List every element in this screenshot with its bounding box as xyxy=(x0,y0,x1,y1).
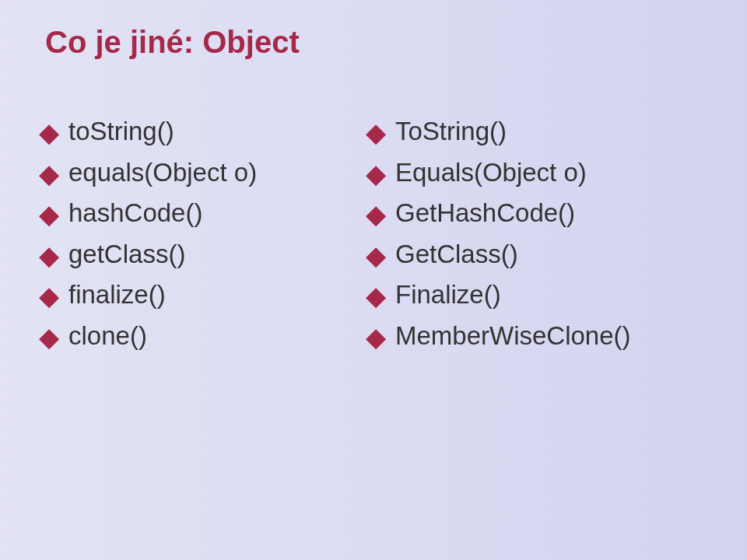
list-item: ◆ MemberWiseClone() xyxy=(366,319,708,352)
list-item-label: GetHashCode() xyxy=(395,197,575,229)
list-item: ◆ hashCode() xyxy=(39,196,366,229)
list-item-label: getClass() xyxy=(68,238,185,270)
diamond-bullet-icon: ◆ xyxy=(39,239,68,272)
diamond-bullet-icon: ◆ xyxy=(366,279,395,313)
list-item-label: toString() xyxy=(68,115,174,147)
diamond-bullet-icon: ◆ xyxy=(39,320,68,354)
list-item: ◆ Equals(Object o) xyxy=(366,156,708,189)
column-left: ◆ toString() ◆ equals(Object o) ◆ hashCo… xyxy=(39,114,366,359)
slide: Co je jiné: Object ◆ toString() ◆ equals… xyxy=(0,0,747,560)
diamond-bullet-icon: ◆ xyxy=(366,116,395,149)
diamond-bullet-icon: ◆ xyxy=(39,279,68,313)
list-item-label: ToString() xyxy=(395,115,507,147)
list-item-label: equals(Object o) xyxy=(68,156,257,188)
list-item: ◆ Finalize() xyxy=(366,278,708,311)
diamond-bullet-icon: ◆ xyxy=(39,116,68,149)
diamond-bullet-icon: ◆ xyxy=(366,320,395,354)
columns: ◆ toString() ◆ equals(Object o) ◆ hashCo… xyxy=(39,114,708,359)
list-item: ◆ finalize() xyxy=(39,278,366,311)
list-item-label: MemberWiseClone() xyxy=(395,320,631,352)
diamond-bullet-icon: ◆ xyxy=(39,157,68,191)
list-item-label: GetClass() xyxy=(395,238,518,270)
list-item-label: clone() xyxy=(68,320,147,352)
list-item: ◆ GetHashCode() xyxy=(366,196,708,229)
diamond-bullet-icon: ◆ xyxy=(39,198,68,231)
list-item: ◆ getClass() xyxy=(39,237,366,271)
diamond-bullet-icon: ◆ xyxy=(366,239,395,272)
list-item-label: finalize() xyxy=(68,278,166,310)
diamond-bullet-icon: ◆ xyxy=(366,157,395,191)
list-item: ◆ equals(Object o) xyxy=(39,156,366,189)
list-item: ◆ toString() xyxy=(39,114,366,148)
list-item: ◆ ToString() xyxy=(366,114,708,148)
list-item: ◆ GetClass() xyxy=(366,237,708,271)
list-item-label: Equals(Object o) xyxy=(395,156,587,188)
list-item-label: hashCode() xyxy=(68,197,202,229)
slide-title: Co je jiné: Object xyxy=(45,25,708,60)
diamond-bullet-icon: ◆ xyxy=(366,198,395,231)
column-right: ◆ ToString() ◆ Equals(Object o) ◆ GetHas… xyxy=(366,114,708,359)
list-item: ◆ clone() xyxy=(39,319,366,352)
list-item-label: Finalize() xyxy=(395,278,501,310)
